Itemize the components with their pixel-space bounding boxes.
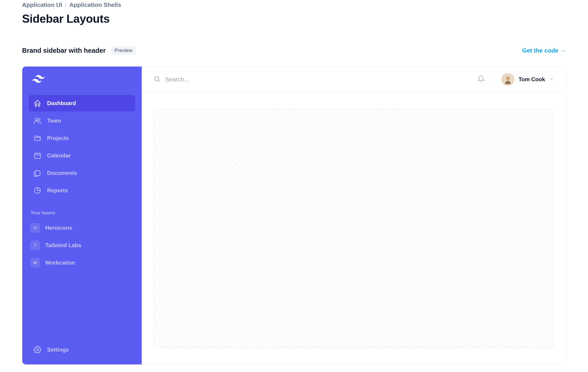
sidebar-item-label: Documents [47, 170, 77, 176]
topbar-divider [493, 75, 493, 84]
user-menu[interactable]: Tom Cook [501, 73, 554, 86]
team-letter-badge: W [31, 258, 40, 267]
users-icon [33, 117, 42, 125]
sidebar-item-label: Calendar [47, 152, 71, 159]
home-icon [33, 99, 42, 107]
team-item-workcation[interactable]: W Workcation [29, 254, 135, 271]
folder-icon [33, 134, 42, 142]
bell-icon [477, 75, 485, 83]
notifications-button[interactable] [477, 75, 485, 83]
team-letter-badge: T [31, 241, 40, 250]
scrollbar-thumb[interactable] [566, 209, 566, 220]
svg-point-7 [506, 76, 510, 80]
logo[interactable] [32, 75, 135, 84]
section-title: Brand sidebar with header [22, 47, 106, 54]
svg-rect-2 [34, 153, 41, 159]
sidebar-item-label: Dashboard [47, 100, 76, 107]
svg-point-0 [35, 118, 38, 121]
svg-point-4 [37, 349, 39, 351]
content-placeholder [154, 109, 554, 348]
sidebar-item-team[interactable]: Team [29, 112, 135, 129]
breadcrumb-app-shells[interactable]: Application Shells [69, 1, 121, 9]
sidebar-item-documents[interactable]: Documents [29, 165, 135, 181]
teams-list: H Heroicons T Tailwind Labs W Workcation [29, 220, 135, 271]
gear-icon [33, 346, 42, 354]
search-icon [154, 76, 160, 83]
teams-section-label: Your teams [29, 210, 135, 215]
sidebar-item-projects[interactable]: Projects [29, 130, 135, 146]
chart-pie-icon [33, 186, 42, 195]
team-item-heroicons[interactable]: H Heroicons [29, 220, 135, 236]
content-area [142, 92, 566, 364]
sidebar-item-settings[interactable]: Settings [29, 342, 135, 358]
component-preview-frame: Dashboard Team Projects [22, 66, 566, 365]
team-letter-badge: H [31, 223, 40, 232]
main-area: Tom Cook [142, 67, 566, 364]
sidebar: Dashboard Team Projects [22, 67, 142, 364]
svg-point-1 [38, 119, 40, 121]
calendar-icon [33, 151, 42, 160]
svg-point-5 [155, 77, 159, 81]
sidebar-item-label: Settings [47, 347, 69, 353]
avatar [501, 73, 514, 86]
sidebar-item-reports[interactable]: Reports [29, 182, 135, 199]
breadcrumb-app-ui[interactable]: Application UI [22, 1, 62, 9]
search-input[interactable] [165, 76, 477, 83]
sidebar-item-label: Team [47, 118, 61, 124]
breadcrumb-separator: / [65, 1, 67, 9]
sidebar-nav: Dashboard Team Projects [29, 95, 135, 199]
sidebar-item-label: Projects [47, 135, 69, 141]
preview-badge: Preview [111, 46, 136, 55]
chevron-down-icon [549, 77, 554, 82]
username: Tom Cook [518, 76, 545, 83]
sidebar-item-dashboard[interactable]: Dashboard [29, 95, 135, 111]
breadcrumb: Application UI / Application Shells [22, 0, 566, 9]
page-title: Sidebar Layouts [22, 12, 566, 25]
team-item-tailwind-labs[interactable]: T Tailwind Labs [29, 237, 135, 254]
sidebar-item-label: Reports [47, 187, 68, 194]
sidebar-item-calendar[interactable]: Calendar [29, 147, 135, 164]
documents-icon [33, 169, 42, 177]
get-code-link[interactable]: Get the code → [522, 47, 566, 54]
team-item-label: Heroicons [45, 225, 72, 231]
topbar: Tom Cook [142, 67, 566, 92]
search-wrap [154, 76, 477, 83]
team-item-label: Tailwind Labs [45, 242, 81, 249]
tailwind-logo-icon [32, 75, 45, 83]
team-item-label: Workcation [45, 260, 75, 266]
